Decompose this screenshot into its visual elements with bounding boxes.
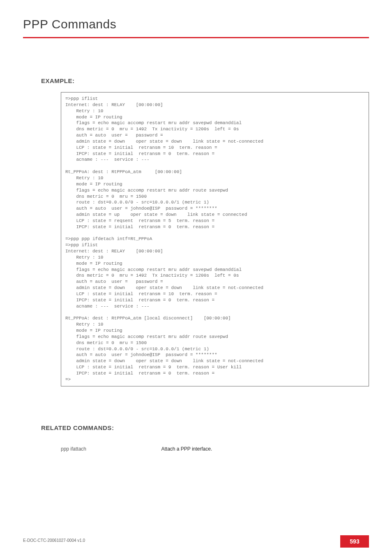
page-title: PPP Commands <box>23 17 116 31</box>
related-command-row: ppp ifattach Attach a PPP interface. <box>61 446 369 453</box>
page-number-badge: 593 <box>340 535 369 548</box>
example-heading: EXAMPLE: <box>41 77 75 84</box>
related-commands-heading: RELATED COMMANDS: <box>41 424 114 431</box>
footer-doc-id: E-DOC-CTC-20061027-0004 v1.0 <box>23 538 85 543</box>
example-code-block: =>ppp iflist Internet: dest : RELAY [00:… <box>61 92 369 386</box>
related-command-description: Attach a PPP interface. <box>161 446 212 452</box>
title-rule <box>23 37 369 38</box>
related-command-name: ppp ifattach <box>61 446 159 452</box>
